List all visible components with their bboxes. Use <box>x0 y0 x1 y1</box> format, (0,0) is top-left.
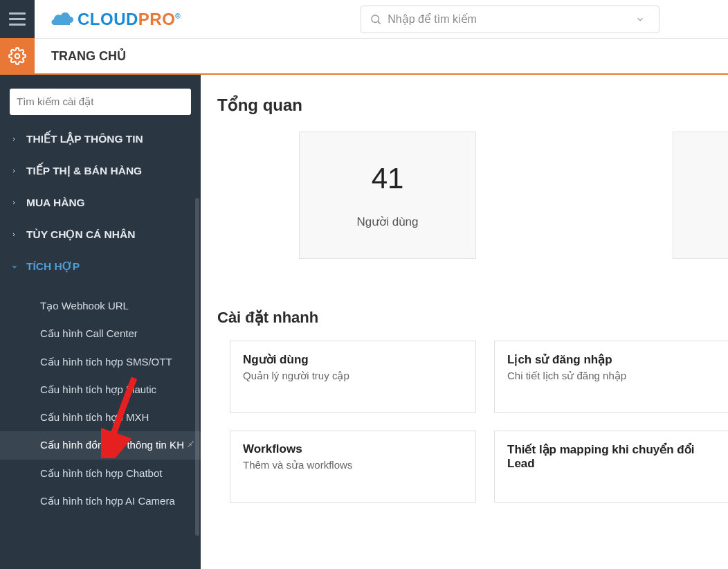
chevron-right-icon <box>11 231 18 239</box>
hamburger-icon <box>9 12 26 26</box>
cloud-icon <box>51 12 75 27</box>
stat-card-users[interactable]: 41 Người dùng <box>299 132 476 259</box>
nav-item-mua-hang[interactable]: MUA HÀNG <box>0 187 201 219</box>
nav-label: TIẾP THỊ & BÁN HÀNG <box>26 165 142 177</box>
qcard-workflows[interactable]: Workflows Thêm và sửa workflows <box>230 431 476 503</box>
nav-item-thong-tin[interactable]: THIẾT LẬP THÔNG TIN <box>0 123 201 155</box>
qcard-title: Thiết lập mapping khi chuyển đổi Lead <box>507 442 717 471</box>
nav-label: THIẾT LẬP THÔNG TIN <box>26 133 143 145</box>
chevron-right-icon <box>11 167 18 175</box>
chevron-right-icon <box>11 135 18 143</box>
subitem-dong-bo-kh[interactable]: Cấu hình đồng bộ thông tin KH <box>0 431 201 459</box>
nav-label: TÍCH HỢP <box>26 260 80 273</box>
nav-item-tich-hop[interactable]: TÍCH HỢP <box>0 251 201 282</box>
page-title: TRANG CHỦ <box>51 48 126 64</box>
nav-item-tiep-thi[interactable]: TIẾP THỊ & BÁN HÀNG <box>0 155 201 187</box>
logo-text-part1: CLOUD <box>78 10 138 29</box>
qcard-desc: Quản lý người truy cập <box>243 370 463 382</box>
gear-icon <box>8 47 26 65</box>
hamburger-button[interactable] <box>0 0 35 39</box>
nav-label: TÙY CHỌN CÁ NHÂN <box>26 228 135 241</box>
qcard-title: Workflows <box>243 442 463 456</box>
nav-item-tuy-chon[interactable]: TÙY CHỌN CÁ NHÂN <box>0 219 201 251</box>
section-quick-settings-title: Cài đặt nhanh <box>217 309 728 327</box>
chevron-right-icon <box>11 199 18 207</box>
secondbar: TRANG CHỦ <box>0 39 728 75</box>
subitem-sms-ott[interactable]: Cấu hình tích hợp SMS/OTT <box>0 348 201 376</box>
subitem-chatbot[interactable]: Cấu hình tích hợp Chatbot <box>0 460 201 487</box>
quick-settings-grid: Người dùng Quản lý người truy cập Lịch s… <box>217 341 728 503</box>
settings-search-input[interactable]: Tìm kiếm cài đặt <box>10 89 191 115</box>
svg-line-1 <box>379 21 381 24</box>
settings-icon-box[interactable] <box>0 38 35 74</box>
stat-card-cutoff[interactable] <box>673 132 728 259</box>
qcard-users[interactable]: Người dùng Quản lý người truy cập <box>230 341 476 413</box>
search-icon <box>370 13 382 26</box>
qcard-desc: Chi tiết lịch sử đăng nhập <box>507 370 717 382</box>
global-search-placeholder: Nhập để tìm kiếm <box>388 12 630 26</box>
logo-register-mark: ® <box>175 12 181 20</box>
logo[interactable]: CLOUDPRO® <box>51 10 181 29</box>
section-overview-title: Tổng quan <box>217 96 728 115</box>
stat-value: 41 <box>372 162 404 195</box>
qcard-title: Lịch sử đăng nhập <box>507 352 717 367</box>
sidebar: Tìm kiếm cài đặt THIẾT LẬP THÔNG TIN TIẾ… <box>0 75 201 569</box>
stat-label: Người dùng <box>356 215 418 229</box>
settings-search-placeholder: Tìm kiếm cài đặt <box>17 96 93 108</box>
subitem-mautic[interactable]: Cấu hình tích hợp Mautic <box>0 376 201 404</box>
subitem-mxh[interactable]: Cấu hình tích hợp MXH <box>0 404 201 431</box>
svg-point-0 <box>372 15 379 23</box>
nav-label: MUA HÀNG <box>26 197 85 209</box>
chevron-down-icon <box>11 263 18 271</box>
subitem-webhook[interactable]: Tạo Webhook URL <box>0 292 201 320</box>
qcard-mapping-lead[interactable]: Thiết lập mapping khi chuyển đổi Lead <box>494 431 728 503</box>
chevron-down-icon <box>635 15 645 24</box>
global-search[interactable]: Nhập để tìm kiếm <box>361 6 659 33</box>
sidebar-scrollbar[interactable] <box>195 198 199 536</box>
logo-text-part2: PRO <box>138 10 176 29</box>
stats-row: 41 Người dùng <box>217 132 728 259</box>
pin-icon <box>185 438 195 452</box>
qcard-desc: Thêm và sửa workflows <box>243 459 463 471</box>
subitem-call-center[interactable]: Cấu hình Call Center <box>0 320 201 347</box>
subitem-ai-camera[interactable]: Cấu hình tích hợp AI Camera <box>0 487 201 515</box>
qcard-login-history[interactable]: Lịch sử đăng nhập Chi tiết lịch sử đăng … <box>494 341 728 413</box>
svg-point-2 <box>15 54 20 59</box>
qcard-title: Người dùng <box>243 352 463 367</box>
main-content: Tổng quan 41 Người dùng Cài đặt nhanh Ng… <box>201 75 728 569</box>
topbar: CLOUDPRO® Nhập để tìm kiếm <box>0 0 728 39</box>
body: Tìm kiếm cài đặt THIẾT LẬP THÔNG TIN TIẾ… <box>0 75 728 569</box>
